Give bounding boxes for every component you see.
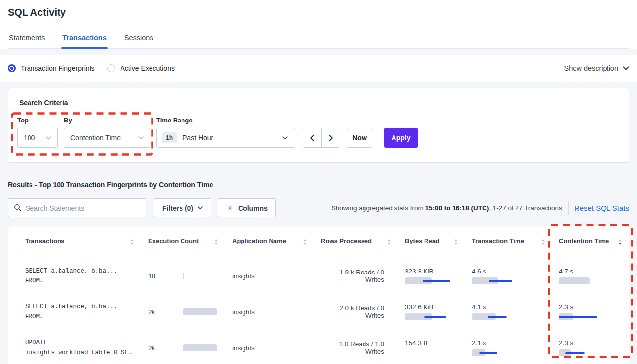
time-range-field: Time Range 1h Past Hour: [156, 117, 295, 148]
bytes-read-bar: [405, 313, 454, 320]
aggregated-stats-text: Showing aggregated stats from 15:00 to 1…: [332, 204, 562, 212]
tab-statements[interactable]: Statements: [8, 31, 46, 48]
previous-time-button[interactable]: [303, 128, 321, 147]
bytes-read-cell: 332.6 KiB: [405, 303, 472, 320]
by-field: By Contention Time: [64, 117, 150, 148]
sort-icon: [214, 239, 218, 245]
transaction-time-bar: [472, 349, 521, 356]
reset-sql-stats-link[interactable]: Reset SQL Stats: [575, 204, 629, 212]
execution-count-cell: 2k: [148, 344, 232, 352]
search-criteria-heading: Search Criteria: [19, 99, 619, 107]
columns-label: Columns: [238, 204, 268, 212]
radio-active-executions[interactable]: Active Executions: [107, 64, 175, 72]
execution-count-cell: 18: [148, 273, 232, 280]
column-header-rows-processed[interactable]: Rows Processed: [321, 237, 405, 247]
table-row[interactable]: SELECT a.balance, b.ba... FROM… 2k insig…: [8, 294, 629, 330]
time-nav-group: [303, 128, 339, 148]
transaction-time-cell: 2.1 s: [472, 339, 559, 356]
time-range-select[interactable]: 1h Past Hour: [156, 128, 295, 148]
time-range-value: Past Hour: [182, 134, 282, 142]
column-header-transactions[interactable]: Transactions: [25, 237, 148, 247]
filters-label: Filters (0): [162, 204, 193, 212]
rows-processed-cell: 1.0 Reads / 1.0 Writes: [321, 340, 405, 355]
search-criteria-card: Search Criteria Top 100 By Contention Ti…: [8, 88, 629, 163]
top-select-value: 100: [24, 134, 35, 142]
transaction-time-bar: [472, 313, 521, 320]
sort-icon: [303, 239, 307, 245]
sort-desc-icon: [618, 239, 622, 245]
application-name-cell: insights: [232, 344, 321, 352]
bytes-read-cell: 154.3 B: [405, 339, 472, 356]
view-toggle-group: Transaction Fingerprints Active Executio…: [8, 64, 175, 72]
bytes-read-bar: [405, 277, 454, 284]
chevron-down-icon: [198, 206, 203, 210]
show-description-label: Show description: [564, 64, 618, 72]
search-input[interactable]: [8, 198, 146, 217]
tab-sessions[interactable]: Sessions: [123, 31, 154, 48]
execution-count-bar: [183, 344, 217, 351]
radio-selected-icon: [8, 64, 16, 72]
sort-icon: [387, 239, 391, 245]
by-select-value: Contention Time: [70, 134, 121, 142]
top-select[interactable]: 100: [17, 128, 58, 148]
view-toggle-bar: Transaction Fingerprints Active Executio…: [0, 55, 637, 82]
execution-count-bar: [183, 273, 217, 279]
column-header-execution-count[interactable]: Execution Count: [148, 237, 232, 247]
search-field: [8, 198, 146, 217]
search-icon: [14, 204, 22, 212]
table-row[interactable]: SELECT a.balance, b.ba... FROM… 18 insig…: [8, 258, 629, 294]
show-description-toggle[interactable]: Show description: [564, 64, 629, 72]
main-content: Search Criteria Top 100 By Contention Ti…: [0, 82, 637, 364]
column-header-contention-time[interactable]: Contention Time: [559, 237, 629, 247]
vertical-divider: [568, 201, 569, 215]
radio-label: Active Executions: [120, 64, 175, 72]
rows-processed-cell: 1.9 k Reads / 0 Writes: [321, 269, 405, 283]
by-select[interactable]: Contention Time: [64, 128, 150, 148]
top-label: Top: [17, 117, 58, 124]
chevron-left-icon: [309, 135, 316, 141]
contention-time-bar: [559, 277, 608, 284]
contention-time-cell: 2.3 s: [559, 339, 629, 356]
column-header-bytes-read[interactable]: Bytes Read: [405, 237, 472, 247]
contention-time-cell: 2.3 s: [559, 303, 629, 320]
execution-count-bar: [183, 308, 217, 315]
next-time-button[interactable]: [321, 128, 339, 147]
transaction-statement-link[interactable]: SELECT a.balance, b.ba... FROM…: [25, 302, 148, 322]
rows-processed-cell: 2.0 k Reads / 0 Writes: [321, 304, 405, 319]
table-row[interactable]: UPDATE insights_workload_table_0 SE… 2k …: [8, 330, 629, 364]
tab-transactions[interactable]: Transactions: [61, 31, 107, 48]
contention-time-bar: [559, 313, 608, 320]
transactions-table: Transactions Execution Count Application…: [8, 226, 629, 364]
criteria-row: Top 100 By Contention Time: [18, 117, 619, 148]
application-name-cell: insights: [232, 273, 321, 280]
apply-button[interactable]: Apply: [384, 128, 418, 148]
chevron-down-icon: [282, 136, 288, 140]
tab-bar: Statements Transactions Sessions: [8, 31, 629, 49]
time-range-badge: 1h: [162, 132, 177, 143]
transaction-time-cell: 4.1 s: [472, 303, 559, 320]
chevron-down-icon: [138, 136, 144, 140]
column-header-application-name[interactable]: Application Name: [232, 237, 321, 247]
filters-button[interactable]: Filters (0): [154, 198, 211, 217]
transaction-statement-link[interactable]: UPDATE insights_workload_table_0 SE…: [25, 338, 148, 358]
sort-icon: [454, 239, 458, 245]
radio-label: Transaction Fingerprints: [21, 64, 94, 72]
radio-unselected-icon: [107, 64, 115, 72]
chevron-down-icon: [623, 66, 629, 70]
columns-button[interactable]: Columns: [218, 198, 276, 217]
stats-time-range: 15:00 to 16:18 (UTC): [425, 204, 489, 212]
sort-icon: [541, 239, 545, 245]
transaction-time-cell: 4.6 s: [472, 268, 559, 284]
sort-icon: [130, 239, 134, 245]
chevron-down-icon: [46, 136, 51, 140]
app-header: SQL Activity Statements Transactions Ses…: [0, 0, 637, 49]
column-header-transaction-time[interactable]: Transaction Time: [472, 237, 559, 247]
transaction-statement-link[interactable]: SELECT a.balance, b.ba... FROM…: [25, 266, 148, 286]
application-name-cell: insights: [232, 308, 321, 316]
top-field: Top 100: [17, 117, 58, 148]
radio-transaction-fingerprints[interactable]: Transaction Fingerprints: [8, 64, 94, 72]
contention-time-bar: [559, 349, 608, 356]
now-button[interactable]: Now: [347, 128, 372, 148]
chevron-right-icon: [327, 135, 334, 141]
page-title: SQL Activity: [8, 7, 629, 18]
